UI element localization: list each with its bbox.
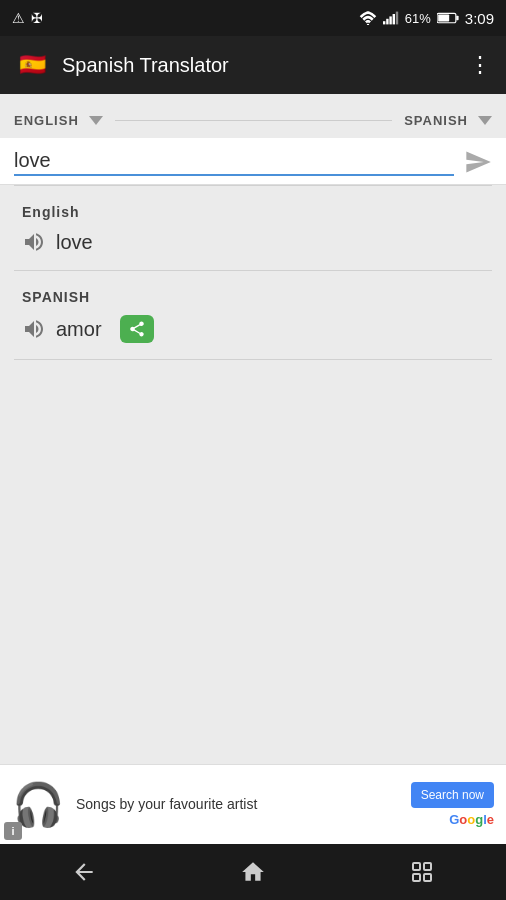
status-bar-left: ⚠ ✠ — [12, 10, 43, 26]
svg-rect-12 — [413, 874, 420, 881]
svg-rect-10 — [424, 863, 431, 870]
source-lang-label: ENGLISH — [14, 113, 79, 128]
main-content: ENGLISH SPANISH English love — [0, 94, 506, 844]
recents-button[interactable] — [392, 852, 452, 892]
home-icon — [240, 859, 266, 885]
svg-rect-2 — [386, 19, 388, 25]
battery-text: 61% — [405, 11, 431, 26]
lang-divider — [115, 120, 392, 121]
svg-rect-1 — [383, 21, 385, 24]
source-lang-chevron-down-icon — [89, 116, 103, 125]
source-language-button[interactable]: ENGLISH — [14, 113, 103, 128]
google-logo: Google — [449, 812, 494, 827]
svg-rect-11 — [424, 874, 431, 881]
spanish-label: SPANISH — [22, 289, 484, 305]
svg-point-0 — [367, 24, 369, 25]
app-bar: 🇪🇸 Spanish Translator ⋮ — [0, 36, 506, 94]
status-bar-right: 61% 3:09 — [359, 10, 494, 27]
status-bar: ⚠ ✠ 61% 3:09 — [0, 0, 506, 36]
home-button[interactable] — [223, 852, 283, 892]
nav-bar — [0, 844, 506, 900]
time-display: 3:09 — [465, 10, 494, 27]
send-button[interactable] — [464, 148, 492, 176]
target-lang-label: SPANISH — [404, 113, 468, 128]
signal-icon — [383, 11, 399, 25]
svg-rect-3 — [389, 16, 391, 24]
ad-banner[interactable]: 🎧 Songs by your favourite artist Search … — [0, 764, 506, 844]
info-icon[interactable]: i — [4, 822, 22, 840]
target-lang-chevron-down-icon — [478, 116, 492, 125]
usb-icon: ✠ — [31, 10, 43, 26]
send-icon — [464, 148, 492, 176]
svg-rect-9 — [413, 863, 420, 870]
spanish-word: amor — [56, 318, 102, 341]
share-icon — [128, 320, 146, 338]
ad-right-block: Search now Google — [411, 782, 494, 827]
spanish-word-row: amor — [22, 315, 484, 343]
spanish-speaker-button[interactable] — [22, 317, 46, 341]
share-button[interactable] — [120, 315, 154, 343]
app-title: Spanish Translator — [62, 54, 469, 77]
wifi-icon — [359, 11, 377, 25]
english-speaker-button[interactable] — [22, 230, 46, 254]
content-spacer — [0, 360, 506, 764]
input-area — [0, 138, 506, 185]
svg-rect-8 — [438, 14, 449, 21]
speaker-icon-english — [22, 230, 46, 254]
flag-emoji: 🇪🇸 — [19, 52, 46, 78]
english-word-row: love — [22, 230, 484, 254]
back-icon — [71, 859, 97, 885]
back-button[interactable] — [54, 852, 114, 892]
english-label: English — [22, 204, 484, 220]
english-result-section: English love — [0, 186, 506, 270]
app-flag: 🇪🇸 — [14, 47, 50, 83]
battery-icon — [437, 12, 459, 24]
speaker-icon-spanish — [22, 317, 46, 341]
ad-text: Songs by your favourite artist — [76, 796, 257, 812]
more-vert-icon[interactable]: ⋮ — [469, 52, 492, 78]
english-word: love — [56, 231, 93, 254]
svg-rect-7 — [456, 16, 458, 21]
svg-rect-5 — [396, 12, 398, 25]
recents-icon — [410, 860, 434, 884]
target-language-button[interactable]: SPANISH — [404, 113, 492, 128]
translation-input[interactable] — [14, 149, 454, 176]
svg-rect-4 — [392, 14, 394, 24]
ad-search-button[interactable]: Search now — [411, 782, 494, 808]
alarm-icon: ⚠ — [12, 10, 25, 26]
ad-text-block: Songs by your favourite artist — [76, 795, 399, 813]
spanish-result-section: SPANISH amor — [0, 271, 506, 359]
language-selector: ENGLISH SPANISH — [0, 94, 506, 138]
